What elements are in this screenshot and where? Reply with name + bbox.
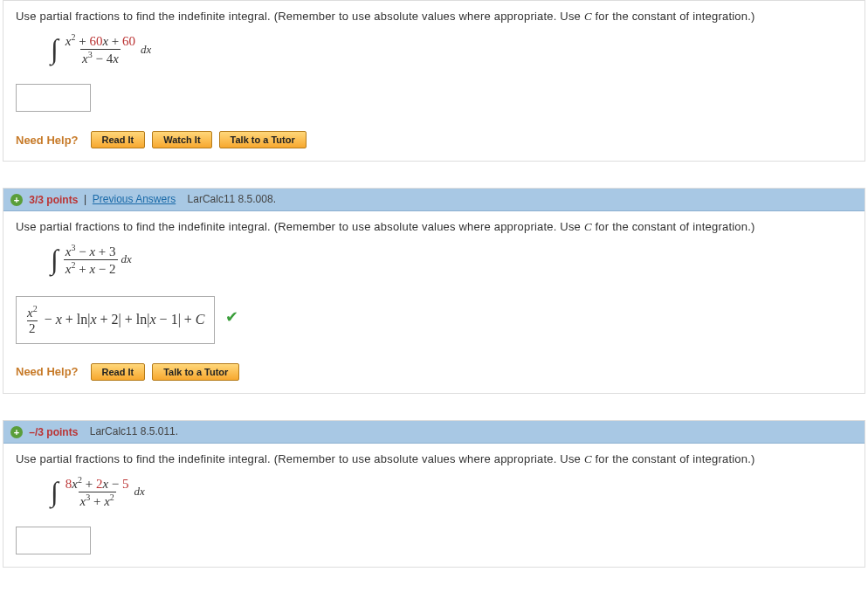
coef: 5 [122, 477, 129, 491]
fraction: x2 + 60x + 60 x3 − 4x [64, 32, 137, 66]
prompt-text-a: Use partial fractions to find the indefi… [16, 452, 584, 465]
question-prompt: Use partial fractions to find the indefi… [16, 10, 852, 24]
integral-expression: ∫ x2 + 60x + 60 x3 − 4x dx [51, 32, 852, 66]
read-it-button[interactable]: Read It [91, 363, 146, 381]
coef: 60 [89, 34, 102, 48]
coef: 60 [122, 34, 135, 48]
answer-tail: − x + ln|x + 2| + ln|x − 1| + C [41, 312, 205, 327]
points-text: 3/3 points [29, 194, 78, 206]
answer-input[interactable] [16, 84, 91, 112]
question-prompt: Use partial fractions to find the indefi… [16, 220, 852, 234]
fraction: 8x2 + 2x − 5 x3 + x2 [64, 475, 131, 509]
question-body: Use partial fractions to find the indefi… [3, 211, 865, 393]
points-text: –/3 points [29, 426, 78, 438]
question-body: Use partial fractions to find the indefi… [3, 444, 865, 567]
divider: | [81, 193, 93, 205]
spacer [81, 425, 87, 437]
answer-input[interactable] [16, 527, 91, 554]
prompt-c-var: C [584, 452, 592, 465]
prompt-c-var: C [584, 10, 592, 23]
need-help-label: Need Help? [16, 365, 79, 378]
prompt-text-b: for the constant of integration.) [592, 10, 755, 23]
denominator: x2 + x − 2 [64, 259, 118, 277]
question-prompt: Use partial fractions to find the indefi… [16, 452, 852, 466]
prompt-text-b: for the constant of integration.) [592, 220, 755, 233]
dx: dx [141, 43, 151, 57]
expand-icon[interactable]: + [10, 426, 23, 438]
integral-icon: ∫ [51, 33, 59, 65]
prompt-text-a: Use partial fractions to find the indefi… [16, 10, 584, 23]
answer-display: x2 2 − x + ln|x + 2| + ln|x − 1| + C [16, 296, 215, 344]
expand-icon[interactable]: + [10, 194, 23, 206]
talk-tutor-button[interactable]: Talk to a Tutor [152, 363, 239, 381]
points-bar: + 3/3 points | Previous Answers LarCalc1… [3, 189, 865, 211]
numerator: x3 − x + 3 [64, 243, 118, 259]
denominator: x3 + x2 [79, 492, 116, 509]
prompt-text-b: for the constant of integration.) [592, 452, 755, 465]
talk-tutor-button[interactable]: Talk to a Tutor [219, 131, 307, 148]
read-it-button[interactable]: Read It [91, 131, 146, 148]
need-help-row: Need Help? Read It Watch It Talk to a Tu… [16, 131, 852, 148]
integral-expression: ∫ x3 − x + 3 x2 + x − 2 dx [51, 243, 852, 277]
previous-answers-link[interactable]: Previous Answers [93, 193, 176, 205]
question-panel-2: + 3/3 points | Previous Answers LarCalc1… [3, 188, 865, 394]
numerator: x2 + 60x + 60 [64, 32, 137, 49]
question-panel-1: Use partial fractions to find the indefi… [3, 0, 865, 162]
assignment-ref: LarCalc11 8.5.011. [90, 425, 178, 437]
dx: dx [134, 485, 145, 499]
integral-expression: ∫ 8x2 + 2x − 5 x3 + x2 dx [51, 475, 852, 509]
points-bar: + –/3 points LarCalc11 8.5.011. [3, 421, 865, 444]
prompt-text-a: Use partial fractions to find the indefi… [16, 220, 584, 233]
numerator: 8x2 + 2x − 5 [64, 475, 131, 492]
question-body: Use partial fractions to find the indefi… [3, 1, 865, 161]
dx: dx [121, 252, 132, 266]
question-panel-3: + –/3 points LarCalc11 8.5.011. Use part… [3, 420, 865, 568]
need-help-row: Need Help? Read It Talk to a Tutor [16, 363, 852, 381]
assignment-ref: LarCalc11 8.5.008. [188, 193, 276, 205]
prompt-c-var: C [584, 220, 592, 233]
watch-it-button[interactable]: Watch It [152, 131, 211, 148]
integral-icon: ∫ [51, 476, 59, 508]
denominator: x3 − 4x [80, 49, 121, 66]
integral-icon: ∫ [51, 244, 59, 276]
spacer [179, 193, 185, 205]
check-icon: ✔ [225, 307, 238, 327]
need-help-label: Need Help? [16, 134, 79, 147]
fraction: x3 − x + 3 x2 + x − 2 [64, 243, 118, 277]
